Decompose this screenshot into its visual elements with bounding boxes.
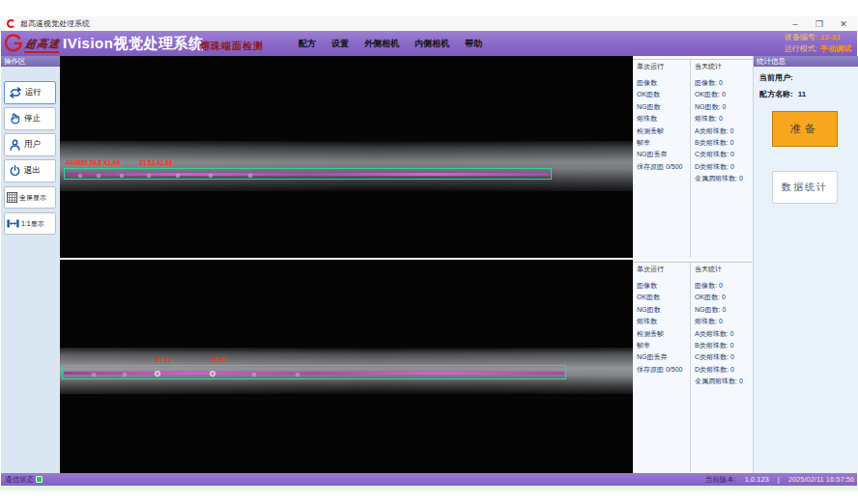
- stat-row: NG图数: [633, 101, 690, 113]
- run-cycle-icon: [9, 86, 22, 99]
- annotation-measurement: 53.11: [156, 356, 171, 363]
- run-mode-value: 手动调试: [820, 44, 851, 53]
- today-stats-column: 当天统计 图像数: 0 OK图数: 0 NG图数: 0 熔珠数: 0 A类熔珠数…: [690, 59, 753, 257]
- stat-row: OK图数: [633, 292, 690, 303]
- app-header: 超高速 IVision视觉处理系统 熔珠端面检测 配方 设置 外侧相机 内侧相机…: [1, 31, 857, 56]
- prepare-button[interactable]: 准备: [772, 111, 838, 147]
- stat-row: D类熔珠数: 0: [691, 161, 753, 173]
- single-run-column: 单次运行 图像数 OK图数 NG图数 熔珠数 检测丢帧 帧率 NG图丢弃 保存原…: [633, 262, 690, 471]
- stat-row: 保存原图 0/500: [633, 364, 690, 376]
- comm-status-ok-icon: [36, 476, 43, 483]
- annotation-measurement: 440R85 39.8 X1.69: [66, 159, 120, 166]
- statistics-panel: 单次运行 图像数 OK图数 NG图数 熔珠数 检测丢帧 帧率 NG图丢弃 保存原…: [633, 56, 754, 473]
- today-stats-title: 当天统计: [693, 265, 724, 274]
- stat-row: 金属屑熔珠数: 0: [691, 376, 753, 387]
- run-mode-label: 运行模式:: [785, 44, 817, 53]
- menu-item-outer-camera[interactable]: 外侧相机: [364, 38, 399, 50]
- single-run-title: 单次运行: [635, 62, 666, 71]
- desktop-strip: [0, 486, 858, 492]
- weld-band-top: [60, 141, 633, 191]
- bead-line: [64, 372, 564, 375]
- single-run-column: 单次运行 图像数 OK图数 NG图数 熔珠数 检测丢帧 帧率 NG图丢弃 保存原…: [633, 59, 690, 257]
- close-button[interactable]: ✕: [838, 19, 849, 29]
- stat-row: B类熔珠数: 0: [691, 340, 753, 351]
- sidebar-title: 操作区: [1, 56, 60, 67]
- single-run-title: 单次运行: [635, 265, 666, 274]
- stat-row: 图像数: 0: [691, 280, 753, 292]
- minimize-button[interactable]: –: [789, 19, 801, 29]
- stop-button-label: 停止: [24, 113, 41, 125]
- app-logo-icon: [7, 19, 15, 28]
- stat-row: NG图数: 0: [691, 101, 753, 113]
- run-button[interactable]: 运行: [4, 81, 56, 104]
- stat-row: 熔珠数: [633, 113, 690, 125]
- pore-marker: [210, 371, 215, 377]
- brand-logo-icon: [4, 34, 23, 57]
- comm-status-label: 通信状态:: [5, 473, 36, 486]
- detection-roi-bottom: [62, 365, 566, 379]
- pore-marker: [120, 174, 124, 178]
- version-label: 当前版本:: [705, 475, 736, 485]
- pore-marker: [252, 373, 256, 377]
- user-icon: [9, 138, 21, 152]
- exit-button-label: 退出: [24, 165, 41, 177]
- brand-logo-text: 超高速: [24, 37, 61, 53]
- pore-marker: [147, 174, 151, 178]
- one-to-one-button[interactable]: 1:1显示: [4, 212, 56, 235]
- stats-group-top: 单次运行 图像数 OK图数 NG图数 熔珠数 检测丢帧 帧率 NG图丢弃 保存原…: [633, 56, 753, 259]
- pore-marker: [123, 373, 127, 377]
- datetime: 2025/02/11 16:57:56: [788, 475, 854, 484]
- stat-row: OK图数: 0: [691, 292, 753, 303]
- maximize-button[interactable]: ❐: [814, 19, 825, 29]
- stat-row: 帧率: [633, 137, 690, 149]
- menu-item-settings[interactable]: 设置: [331, 38, 349, 50]
- pore-marker: [97, 174, 100, 178]
- version-value: 1.0.123: [745, 475, 769, 484]
- menu-item-inner-camera[interactable]: 内侧相机: [415, 38, 449, 50]
- stat-row: 金属屑熔珠数: 0: [691, 173, 753, 184]
- stat-row: 图像数: [633, 77, 690, 89]
- menu-item-help[interactable]: 帮助: [465, 38, 482, 50]
- today-stats-column: 当天统计 图像数: 0 OK图数: 0 NG图数: 0 熔珠数: 0 A类熔珠数…: [690, 262, 753, 471]
- stop-button[interactable]: 停止: [4, 107, 56, 130]
- stat-row: 图像数: [633, 280, 690, 292]
- annotation-measurement: 31.53 41.69: [139, 159, 172, 166]
- stat-row: 帧率: [633, 340, 690, 351]
- app-subtitle: 熔珠端面检测: [200, 40, 264, 53]
- device-info: 设备编号:22-33 运行模式:手动调试: [785, 32, 851, 55]
- data-statistics-button[interactable]: 数据统计: [772, 171, 838, 204]
- stat-row: D类熔珠数: 0: [691, 364, 753, 376]
- stat-row: 熔珠数: 0: [691, 316, 753, 327]
- stat-row: NG图丢弃: [633, 149, 690, 160]
- camera-view-area: 440R85 39.8 X1.69 31.53 41.69 53.11 56.4…: [60, 56, 633, 473]
- device-number-label: 设备编号:: [785, 33, 817, 42]
- power-icon: [9, 164, 21, 178]
- separator: |: [778, 475, 780, 484]
- stat-row: NG图数: [633, 304, 690, 316]
- detection-roi-top: [64, 168, 552, 180]
- one-to-one-button-label: 1:1显示: [21, 219, 44, 229]
- stat-row: OK图数: 0: [691, 89, 753, 100]
- device-number-value: 22-33: [820, 33, 840, 42]
- window-title: 超高速视觉处理系统: [20, 16, 90, 31]
- pore-marker: [296, 373, 300, 377]
- stat-row: B类熔珠数: 0: [691, 137, 753, 149]
- stat-row: 熔珠数: 0: [691, 113, 753, 125]
- stat-row: 图像数: 0: [691, 77, 753, 89]
- user-button[interactable]: 用户: [4, 133, 56, 156]
- overlay-annotation-top: 440R85 39.8 X1.69 31.53 41.69: [66, 159, 172, 166]
- pore-marker: [92, 373, 96, 377]
- stat-row: C类熔珠数: 0: [691, 351, 753, 363]
- pore-marker: [176, 174, 180, 178]
- camera-divider: [60, 258, 633, 260]
- stat-row: NG图丢弃: [633, 351, 690, 363]
- menu-item-recipe[interactable]: 配方: [299, 38, 316, 50]
- stat-row: OK图数: [633, 89, 690, 100]
- pore-marker: [155, 371, 160, 377]
- today-stats-title: 当天统计: [693, 62, 724, 71]
- fullscreen-button[interactable]: 全屏显示: [4, 186, 56, 209]
- stat-row: A类熔珠数: 0: [691, 328, 753, 340]
- window-titlebar: 超高速视觉处理系统 – ❐ ✕: [1, 16, 857, 31]
- fullscreen-icon: [7, 192, 17, 203]
- exit-button[interactable]: 退出: [4, 159, 56, 182]
